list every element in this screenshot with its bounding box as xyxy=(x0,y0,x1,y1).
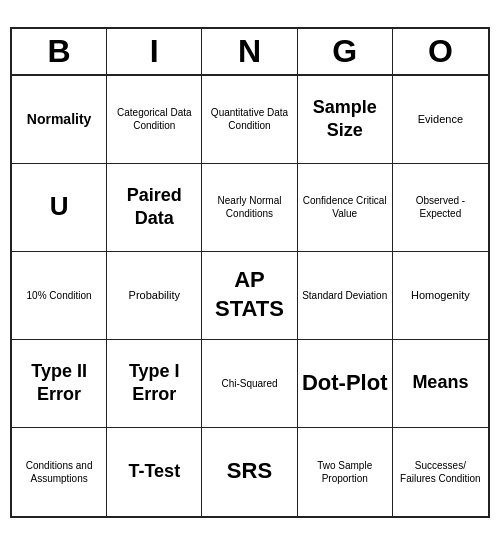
header-letter: I xyxy=(107,29,202,74)
header-letter: B xyxy=(12,29,107,74)
bingo-cell-19: Means xyxy=(393,340,488,428)
bingo-cell-10: 10% Condition xyxy=(12,252,107,340)
bingo-cell-24: Successes/ Failures Condition xyxy=(393,428,488,516)
bingo-cell-16: Type I Error xyxy=(107,340,202,428)
bingo-cell-6: Paired Data xyxy=(107,164,202,252)
bingo-grid: NormalityCategorical Data ConditionQuant… xyxy=(12,76,488,516)
bingo-cell-22: SRS xyxy=(202,428,297,516)
bingo-cell-13: Standard Deviation xyxy=(298,252,393,340)
bingo-cell-9: Observed - Expected xyxy=(393,164,488,252)
bingo-cell-4: Evidence xyxy=(393,76,488,164)
bingo-cell-0: Normality xyxy=(12,76,107,164)
bingo-cell-1: Categorical Data Condition xyxy=(107,76,202,164)
bingo-cell-3: Sample Size xyxy=(298,76,393,164)
bingo-cell-20: Conditions and Assumptions xyxy=(12,428,107,516)
header-letter: N xyxy=(202,29,297,74)
bingo-cell-11: Probability xyxy=(107,252,202,340)
bingo-card: BINGO NormalityCategorical Data Conditio… xyxy=(10,27,490,518)
bingo-header: BINGO xyxy=(12,29,488,76)
bingo-cell-15: Type II Error xyxy=(12,340,107,428)
bingo-cell-12: AP STATS xyxy=(202,252,297,340)
bingo-cell-23: Two Sample Proportion xyxy=(298,428,393,516)
header-letter: O xyxy=(393,29,488,74)
bingo-cell-2: Quantitative Data Condition xyxy=(202,76,297,164)
header-letter: G xyxy=(298,29,393,74)
bingo-cell-8: Confidence Critical Value xyxy=(298,164,393,252)
bingo-cell-18: Dot-Plot xyxy=(298,340,393,428)
bingo-cell-14: Homogenity xyxy=(393,252,488,340)
bingo-cell-21: T-Test xyxy=(107,428,202,516)
bingo-cell-17: Chi-Squared xyxy=(202,340,297,428)
bingo-cell-5: U xyxy=(12,164,107,252)
bingo-cell-7: Nearly Normal Conditions xyxy=(202,164,297,252)
